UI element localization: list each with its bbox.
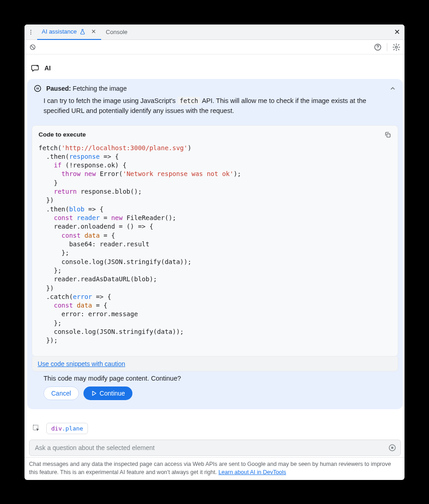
copy-button[interactable] [384,131,391,138]
paused-status: Paused: Fetching the image [46,85,127,92]
flask-icon [79,29,86,35]
block-icon [29,44,36,51]
svg-rect-11 [387,134,390,137]
continue-question: This code may modify page content. Conti… [27,373,403,387]
play-icon [91,390,97,396]
pause-icon [34,84,42,93]
element-tag: div [51,425,62,432]
code-card: Code to execute fetch('http://localhost:… [32,125,398,357]
stop-button[interactable] [388,443,397,452]
svg-marker-12 [93,391,96,395]
selected-element-row: div.plane [26,412,404,439]
code-block[interactable]: fetch('http://localhost:3000/plane.svg')… [32,142,398,356]
tabbar: AI assistance ✕ Console ✕ [24,24,405,40]
copy-icon [384,131,391,138]
svg-point-6 [377,48,378,49]
selected-element-chip[interactable]: div.plane [46,423,88,434]
paused-label: Paused: [46,85,71,92]
chat-input[interactable] [34,444,388,452]
panel-header: AI [26,56,404,79]
caution-link[interactable]: Use code snippets with caution [38,360,125,367]
inline-code: fetch [177,97,200,105]
toolbar [24,40,405,54]
cancel-button[interactable]: Cancel [44,387,79,400]
svg-rect-15 [391,446,394,449]
panel-title: AI [44,64,51,72]
turn-header: Paused: Fetching the image [27,79,403,96]
paused-task: Fetching the image [73,85,127,92]
ai-chat-icon [31,64,40,73]
element-class: .plane [62,425,83,432]
gear-icon [392,43,400,51]
tab-label: AI assistance [42,28,77,35]
kebab-icon [28,29,34,35]
chevron-up-icon [389,85,396,92]
code-title: Code to execute [39,131,86,138]
svg-line-4 [31,45,34,49]
element-picker-button[interactable] [31,423,42,434]
svg-point-2 [30,34,31,34]
more-menu-button[interactable] [24,29,37,35]
turn-explanation: I can try to fetch the image using JavaS… [27,96,403,122]
ai-turn-card: Paused: Fetching the image I can try to … [27,79,403,409]
caution-bar: Use code snippets with caution [32,357,398,372]
learn-link[interactable]: Learn about AI in DevTools [219,469,286,475]
devtools-panel: AI assistance ✕ Console ✕ [24,24,405,480]
content-scroll[interactable]: AI Paused: Fetching the image I can try [24,54,405,457]
footer-disclaimer: Chat messages and any data the inspected… [24,457,405,480]
stop-icon [388,444,396,452]
close-tab-button[interactable]: ✕ [90,29,97,35]
collapse-button[interactable] [389,85,396,92]
svg-point-0 [30,29,31,30]
close-panel-button[interactable]: ✕ [389,24,405,40]
button-row: Cancel Continue [27,387,403,409]
tab-label: Console [106,29,127,35]
select-element-icon [32,424,40,432]
help-icon [374,43,382,51]
help-button[interactable] [372,42,383,53]
divider [387,43,387,51]
settings-button[interactable] [391,42,402,53]
continue-button[interactable]: Continue [83,387,132,400]
svg-point-1 [30,31,31,32]
svg-point-7 [395,46,398,48]
chat-input-row [29,440,401,456]
svg-point-8 [34,85,41,92]
tab-ai-assistance[interactable]: AI assistance ✕ [37,24,101,40]
tab-console[interactable]: Console [101,24,132,40]
clear-button[interactable] [27,42,38,53]
code-header: Code to execute [32,126,398,142]
